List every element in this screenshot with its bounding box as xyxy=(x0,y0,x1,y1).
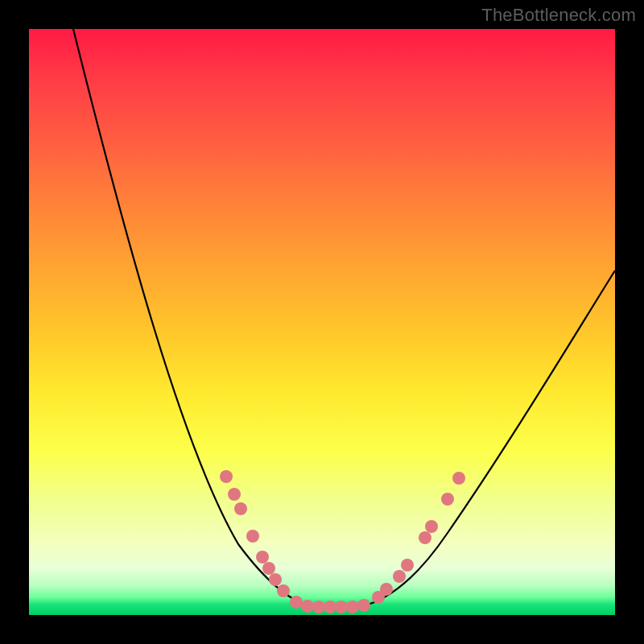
attribution-text: TheBottleneck.com xyxy=(481,5,636,26)
data-marker xyxy=(380,583,393,596)
data-marker xyxy=(277,584,290,597)
data-marker xyxy=(357,599,370,612)
data-marker xyxy=(419,531,431,544)
chart-frame: TheBottleneck.com xyxy=(0,0,644,644)
data-marker xyxy=(234,502,247,515)
data-marker xyxy=(246,530,259,543)
data-marker xyxy=(401,559,414,572)
data-marker xyxy=(220,470,233,483)
data-marker xyxy=(269,573,282,586)
data-marker xyxy=(452,472,465,485)
plot-area xyxy=(29,29,615,615)
data-marker xyxy=(228,488,241,501)
curve-layer xyxy=(29,29,615,615)
curve-left xyxy=(73,29,315,607)
data-marker xyxy=(393,570,406,583)
data-marker xyxy=(425,520,438,533)
curve-right xyxy=(359,270,615,607)
data-marker xyxy=(441,493,454,506)
